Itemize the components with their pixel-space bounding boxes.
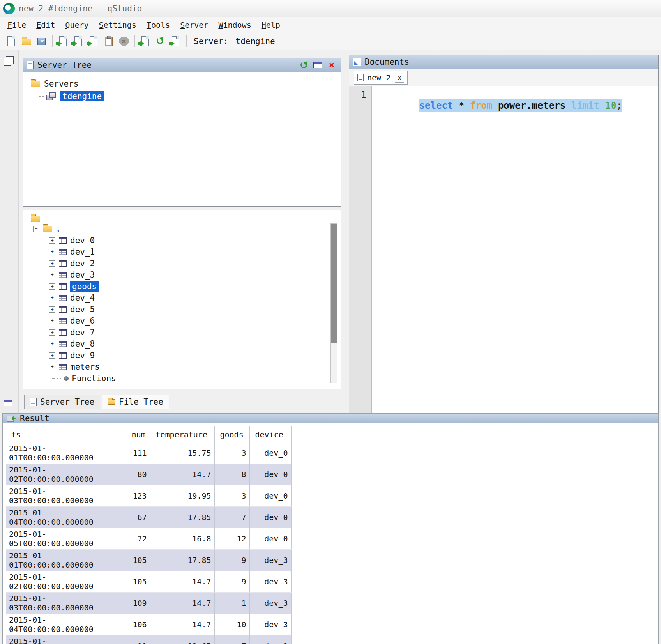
table-cell: dev_3 <box>249 550 291 571</box>
expand-icon[interactable]: + <box>49 352 55 359</box>
scrollbar-thumb[interactable] <box>331 224 337 343</box>
execute-line-icon[interactable] <box>72 35 84 47</box>
menu-server[interactable]: Server <box>175 19 213 31</box>
expand-icon[interactable]: + <box>49 364 55 370</box>
menu-edit[interactable]: Edit <box>31 19 60 31</box>
table-row[interactable]: 2015-01-01T00:00:00.00000011115.753dev_0 <box>6 442 291 464</box>
table-cell: dev_3 <box>249 571 291 593</box>
table-cell: 91 <box>126 635 150 644</box>
execute-query-icon[interactable] <box>57 35 69 47</box>
code-area[interactable]: select * from power.meters limit 10; <box>372 86 658 413</box>
tree-item-dev_8[interactable]: +dev_8 <box>28 338 341 350</box>
table-row[interactable]: 2015-01-04T00:00:00.00000010614.710dev_3 <box>6 614 291 635</box>
tree-item-functions[interactable]: Functions <box>28 373 341 384</box>
tree-root-item[interactable]: − . <box>33 223 341 235</box>
table-row[interactable]: 2015-01-03T00:00:00.00000010914.71dev_3 <box>6 593 291 614</box>
popout-window-icon[interactable] <box>313 60 323 70</box>
tree-item-dev_2[interactable]: +dev_2 <box>28 258 341 269</box>
close-icon[interactable]: × <box>327 60 337 70</box>
server-icon <box>46 92 56 100</box>
tree-item-label: goods <box>70 281 99 292</box>
cancel-query-icon[interactable] <box>118 35 130 47</box>
menubar: FileEditQuerySettingsToolsServerWindowsH… <box>0 17 661 33</box>
window-icon[interactable] <box>4 400 12 406</box>
result-table-header: tsnumtemperaturegoodsdevice <box>6 426 291 442</box>
menu-help[interactable]: Help <box>256 19 285 31</box>
tree-item-dev_9[interactable]: +dev_9 <box>28 350 341 361</box>
tree-item-dev_4[interactable]: +dev_4 <box>28 292 341 304</box>
table-row[interactable]: 2015-01-02T00:00:00.00000010514.79dev_3 <box>6 571 291 593</box>
tree-item-dev_7[interactable]: +dev_7 <box>28 327 341 338</box>
table-cell: 12 <box>214 528 249 550</box>
table-icon <box>59 329 67 336</box>
expand-icon[interactable]: + <box>49 237 55 244</box>
refresh-query-icon[interactable] <box>155 35 166 47</box>
tree-item-dev_3[interactable]: +dev_3 <box>28 269 341 281</box>
open-file-icon[interactable] <box>21 35 32 47</box>
expand-icon[interactable]: + <box>49 341 55 347</box>
expand-icon[interactable]: + <box>49 306 55 313</box>
document-tab-label: new 2 <box>367 73 391 82</box>
tab-file-tree[interactable]: File Tree <box>102 395 169 409</box>
paste-icon[interactable] <box>103 35 115 47</box>
tree-item-goods[interactable]: +goods <box>28 281 341 292</box>
tab-server-tree[interactable]: Server Tree <box>24 395 100 409</box>
tab-new-2[interactable]: new 2 x <box>354 71 408 85</box>
menu-tools[interactable]: Tools <box>141 19 175 31</box>
tree-item-label: dev_8 <box>70 339 95 349</box>
menu-file[interactable]: File <box>2 19 31 31</box>
table-row[interactable]: 2015-01-01T00:00:00.00000010517.859dev_3 <box>6 550 291 571</box>
tree-item-servers[interactable]: Servers <box>31 78 341 90</box>
tree-item-dev_0[interactable]: +dev_0 <box>28 235 341 246</box>
expand-icon[interactable]: + <box>49 329 55 336</box>
expand-icon[interactable]: + <box>49 249 55 255</box>
table-row[interactable]: 2015-01-05T00:00:00.0000007216.812dev_0 <box>6 528 291 550</box>
documents-icon <box>353 58 361 66</box>
table-cell: 2015-01-02T00:00:00.000000 <box>6 571 126 593</box>
table-cell: 9 <box>214 550 249 571</box>
line-number-gutter: 1 <box>349 86 372 413</box>
save-file-icon[interactable] <box>36 35 48 47</box>
tree-item-dev_1[interactable]: +dev_1 <box>28 246 341 258</box>
column-header-temperature[interactable]: temperature <box>150 426 214 442</box>
refresh-icon[interactable] <box>299 60 309 70</box>
export-result-icon[interactable] <box>170 35 182 47</box>
table-icon <box>59 318 67 324</box>
table-row[interactable]: 2015-01-04T00:00:00.0000006717.857dev_0 <box>6 507 291 528</box>
table-row[interactable]: 2015-01-02T00:00:00.0000008014.78dev_0 <box>6 464 291 485</box>
tree-item-dev_6[interactable]: +dev_6 <box>28 315 341 327</box>
windows-stack-icon[interactable] <box>4 56 14 66</box>
server-selector[interactable]: tdengine <box>236 37 275 46</box>
send-query-icon[interactable] <box>140 35 151 47</box>
expand-icon[interactable]: + <box>49 272 55 278</box>
expand-icon[interactable]: + <box>49 318 55 324</box>
left-tab-bar: Server Tree File Tree <box>23 393 341 411</box>
expand-icon[interactable]: + <box>49 260 55 267</box>
table-cell: 8 <box>214 464 249 485</box>
column-header-ts[interactable]: ts <box>6 426 126 442</box>
column-header-goods[interactable]: goods <box>214 426 249 442</box>
column-header-num[interactable]: num <box>126 426 150 442</box>
collapse-icon[interactable]: − <box>33 226 39 232</box>
table-cell: 7 <box>214 635 249 644</box>
expand-icon[interactable]: + <box>49 283 55 290</box>
documents-title: Documents <box>365 57 409 67</box>
table-row[interactable]: 2015-01-03T00:00:00.00000012319.953dev_0 <box>6 485 291 507</box>
execute-selection-icon[interactable] <box>88 35 99 47</box>
table-icon <box>59 341 67 347</box>
column-header-device[interactable]: device <box>249 426 291 442</box>
menu-settings[interactable]: Settings <box>94 19 141 31</box>
expand-icon[interactable]: + <box>49 295 55 301</box>
table-row[interactable]: 2015-01-05T00:00:00.0000009113.657dev_3 <box>6 635 291 644</box>
table-cell: 2015-01-04T00:00:00.000000 <box>6 507 126 528</box>
tree-scrollbar[interactable] <box>330 223 337 383</box>
toolbar-separator <box>134 35 135 47</box>
tree-item-meters[interactable]: +meters <box>28 361 341 373</box>
tree-item-tdengine[interactable]: tdengine <box>46 90 341 103</box>
table-icon <box>59 272 67 278</box>
tree-item-dev_5[interactable]: +dev_5 <box>28 304 341 315</box>
menu-windows[interactable]: Windows <box>213 19 256 31</box>
tab-close-button[interactable]: x <box>395 73 404 83</box>
new-file-icon[interactable] <box>5 35 17 47</box>
menu-query[interactable]: Query <box>60 19 94 31</box>
